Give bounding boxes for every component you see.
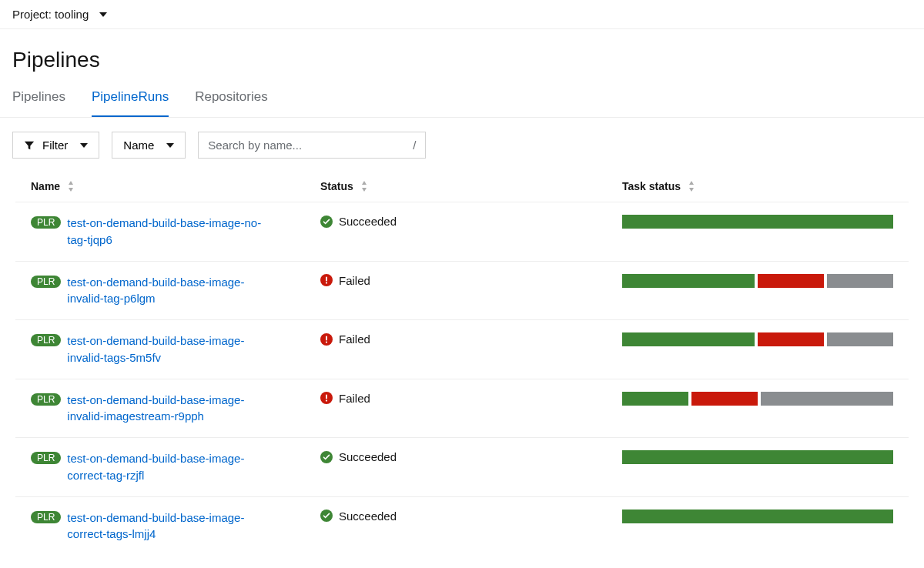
task-status-bar	[622, 450, 893, 464]
tab-pipelineruns[interactable]: PipelineRuns	[92, 89, 169, 117]
check-circle-icon	[320, 510, 333, 522]
table-row: PLRtest-on-demand-build-base-image-no-ta…	[15, 202, 909, 262]
pipelinerun-link[interactable]: test-on-demand-build-base-image-invalid-…	[67, 274, 273, 308]
exclamation-circle-icon	[320, 333, 333, 346]
search-input-wrap: /	[198, 132, 426, 159]
table-header: Name Status Task status	[15, 172, 909, 202]
plr-badge: PLR	[31, 452, 61, 464]
pipelinerun-link[interactable]: test-on-demand-build-base-image-invalid-…	[67, 332, 273, 366]
table-body: PLRtest-on-demand-build-base-image-no-ta…	[15, 202, 909, 555]
status-text: Succeeded	[339, 215, 397, 228]
caret-down-icon	[166, 143, 174, 148]
status-text: Succeeded	[339, 510, 397, 523]
caret-down-icon	[80, 143, 88, 148]
task-segment-green	[622, 392, 688, 406]
tabs: PipelinesPipelineRunsRepositories	[0, 89, 924, 118]
task-segment-red	[691, 392, 758, 406]
svg-rect-8	[326, 394, 327, 399]
project-selector[interactable]: Project: tooling	[0, 0, 924, 29]
name-cell: PLRtest-on-demand-build-base-image-inval…	[31, 274, 320, 308]
project-label: Project: tooling	[12, 8, 89, 21]
svg-rect-5	[326, 336, 327, 340]
svg-point-6	[326, 341, 327, 342]
name-cell: PLRtest-on-demand-build-base-image-inval…	[31, 392, 320, 426]
table-row: PLRtest-on-demand-build-base-image-inval…	[15, 320, 909, 379]
task-segment-red	[758, 274, 824, 288]
check-circle-icon	[320, 216, 333, 228]
plr-badge: PLR	[31, 393, 61, 406]
status-cell: Succeeded	[320, 510, 622, 523]
pipelinerun-link[interactable]: test-on-demand-build-base-image-invalid-…	[67, 392, 273, 426]
check-circle-icon	[320, 451, 333, 463]
col-header-task[interactable]: Task status	[622, 180, 893, 192]
caret-down-icon	[99, 12, 107, 17]
sort-icon	[68, 181, 74, 192]
task-status-bar	[622, 332, 893, 346]
tab-pipelines[interactable]: Pipelines	[12, 89, 65, 117]
search-input[interactable]	[208, 139, 407, 152]
task-status-bar	[622, 215, 893, 229]
task-segment-grey	[827, 332, 893, 346]
name-cell: PLRtest-on-demand-build-base-image-corre…	[31, 450, 320, 484]
status-text: Failed	[339, 274, 370, 287]
table-row: PLRtest-on-demand-build-base-image-corre…	[15, 438, 909, 497]
filter-icon	[24, 140, 35, 151]
attribute-label: Name	[123, 139, 154, 152]
name-cell: PLRtest-on-demand-build-base-image-corre…	[31, 510, 320, 543]
pipelinerun-link[interactable]: test-on-demand-build-base-image-correct-…	[67, 450, 273, 484]
attribute-button[interactable]: Name	[112, 132, 186, 159]
pipelinerun-link[interactable]: test-on-demand-build-base-image-no-tag-t…	[67, 215, 273, 249]
table-row: PLRtest-on-demand-build-base-image-corre…	[15, 497, 909, 556]
exclamation-circle-icon	[320, 274, 333, 286]
sort-icon	[361, 181, 367, 192]
task-status-bar	[622, 510, 893, 523]
svg-point-9	[326, 400, 327, 402]
tab-repositories[interactable]: Repositories	[195, 89, 268, 117]
status-cell: Succeeded	[320, 215, 622, 228]
col-header-status[interactable]: Status	[320, 180, 622, 192]
filter-button[interactable]: Filter	[12, 132, 99, 159]
svg-rect-2	[326, 276, 327, 281]
name-cell: PLRtest-on-demand-build-base-image-inval…	[31, 332, 320, 366]
filter-label: Filter	[42, 139, 68, 152]
status-cell: Failed	[320, 392, 622, 405]
task-segment-grey	[827, 274, 893, 288]
table-row: PLRtest-on-demand-build-base-image-inval…	[15, 379, 909, 439]
status-text: Failed	[339, 332, 370, 346]
status-cell: Failed	[320, 332, 622, 346]
plr-badge: PLR	[31, 216, 61, 229]
task-segment-grey	[761, 392, 893, 406]
status-text: Succeeded	[339, 450, 397, 463]
task-status-bar	[622, 274, 893, 288]
task-status-bar	[622, 392, 893, 406]
sort-icon	[688, 181, 695, 192]
task-segment-green	[622, 332, 755, 346]
col-header-name[interactable]: Name	[31, 180, 320, 192]
page-title: Pipelines	[0, 29, 924, 89]
search-shortcut: /	[407, 139, 416, 152]
task-segment-green	[622, 510, 893, 523]
plr-badge: PLR	[31, 511, 61, 523]
exclamation-circle-icon	[320, 392, 333, 404]
table: Name Status Task status PLRtest-on-deman…	[0, 172, 924, 555]
toolbar: Filter Name /	[0, 118, 924, 172]
plr-badge: PLR	[31, 334, 61, 346]
svg-point-3	[326, 282, 327, 284]
name-cell: PLRtest-on-demand-build-base-image-no-ta…	[31, 215, 320, 249]
task-segment-green	[622, 274, 755, 288]
plr-badge: PLR	[31, 276, 61, 288]
task-segment-green	[622, 215, 893, 229]
pipelinerun-link[interactable]: test-on-demand-build-base-image-correct-…	[67, 510, 273, 543]
status-cell: Failed	[320, 274, 622, 287]
status-cell: Succeeded	[320, 450, 622, 463]
status-text: Failed	[339, 392, 370, 405]
task-segment-red	[758, 332, 824, 346]
table-row: PLRtest-on-demand-build-base-image-inval…	[15, 262, 909, 321]
task-segment-green	[622, 450, 893, 464]
